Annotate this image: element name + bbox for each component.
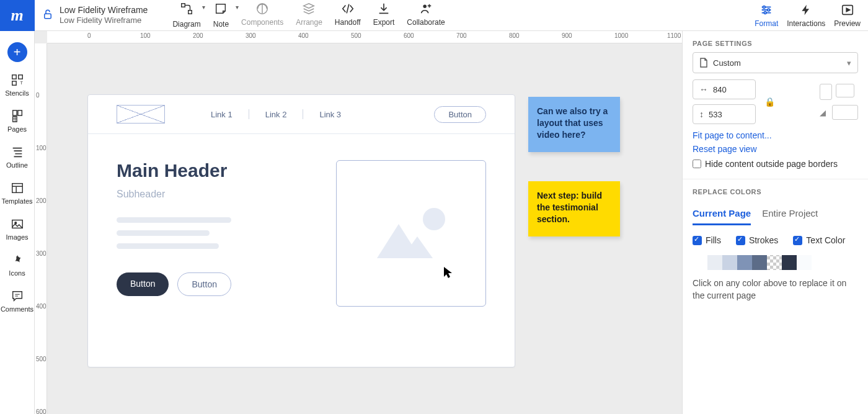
arrange-icon <box>302 2 316 16</box>
sidebar-icons-label: Icons <box>9 269 25 277</box>
transparent-swatch[interactable] <box>767 255 782 270</box>
preview-icon <box>841 3 854 17</box>
toolbar-note[interactable]: Note <box>213 2 229 29</box>
svg-point-14 <box>763 6 766 8</box>
page-settings-header: PAGE SETTINGS <box>683 31 868 52</box>
ruler-vertical[interactable]: 0100200300400500600 <box>35 43 47 414</box>
height-icon: ↕ <box>699 109 704 119</box>
hide-outside-checkbox[interactable]: Hide content outside page borders <box>693 159 858 169</box>
page-height-input[interactable]: ↕533 <box>693 104 756 124</box>
cursor-icon <box>443 266 454 282</box>
svg-rect-5 <box>17 110 21 115</box>
wf-nav-button[interactable]: Button <box>434 106 486 123</box>
wf-secondary-button[interactable]: Button <box>177 272 231 296</box>
wf-primary-button[interactable]: Button <box>117 272 169 296</box>
add-button[interactable]: + <box>7 42 27 62</box>
color-swatch[interactable] <box>797 255 812 270</box>
sidebar-stencils[interactable]: T Stencils <box>0 67 34 103</box>
templates-icon <box>11 181 24 195</box>
orientation-toggle[interactable] <box>820 84 858 100</box>
toolbar-format[interactable]: Format <box>755 3 778 28</box>
svg-rect-7 <box>12 184 22 193</box>
replace-color-hint: Click on any color above to replace it o… <box>683 277 868 312</box>
color-swatch[interactable] <box>752 255 767 270</box>
icons-icon <box>11 253 24 267</box>
sidebar-images-label: Images <box>6 233 28 241</box>
toolbar-interactions[interactable]: Interactions <box>787 3 825 28</box>
wf-text-line[interactable] <box>117 217 231 223</box>
svg-rect-10 <box>45 14 51 19</box>
color-swatch[interactable] <box>722 255 737 270</box>
collaborate-icon <box>419 2 433 16</box>
color-swatch[interactable] <box>782 255 797 270</box>
sidebar-icons[interactable]: Icons <box>0 247 34 283</box>
wf-nav-link-2[interactable]: Link 2 <box>265 110 287 119</box>
wireframe-artboard[interactable]: Link 1 Link 2 Link 3 Button Main Header <box>87 94 515 367</box>
app-logo[interactable]: m <box>0 0 35 31</box>
sidebar-templates[interactable]: Templates <box>0 175 34 211</box>
sidebar-comments[interactable]: Comments <box>0 283 34 319</box>
pages-icon <box>11 109 24 123</box>
page-width-input[interactable]: ↔840 <box>693 79 756 99</box>
wf-main-header[interactable]: Main Header <box>117 160 316 181</box>
toolbar-diagram[interactable]: Diagram <box>172 2 200 29</box>
strokes-checkbox[interactable]: Strokes <box>736 235 778 245</box>
textcolor-checkbox[interactable]: Text Color <box>793 235 845 245</box>
sidebar-outline-label: Outline <box>6 161 28 169</box>
handoff-icon <box>341 2 355 16</box>
outline-icon <box>11 145 24 159</box>
fit-page-link[interactable]: Fit page to content... <box>693 130 858 140</box>
toolbar-export[interactable]: Export <box>373 2 395 29</box>
page-color-picker[interactable] <box>832 105 858 120</box>
wf-subheader[interactable]: Subheader <box>117 189 316 200</box>
svg-rect-4 <box>12 110 16 115</box>
svg-rect-11 <box>182 4 185 7</box>
toolbar-preview[interactable]: Preview <box>834 3 861 28</box>
page-icon <box>699 58 708 68</box>
right-panel: PAGE SETTINGS Custom ↔840 ↕533 🔒 <box>682 31 868 414</box>
toolbar-handoff[interactable]: Handoff <box>335 2 361 29</box>
wf-logo-placeholder[interactable] <box>117 105 165 124</box>
doc-title: Low Fidelity Wireframe <box>60 5 148 16</box>
svg-rect-2 <box>12 81 16 85</box>
sticky-note-blue[interactable]: Can we also try a layout that uses video… <box>528 97 620 152</box>
color-swatches <box>683 251 868 277</box>
toolbar-arrange[interactable]: Arrange <box>296 2 322 29</box>
interactions-icon <box>800 3 812 17</box>
sidebar-images[interactable]: Images <box>0 211 34 247</box>
diagram-icon <box>179 2 194 16</box>
aspect-lock-icon[interactable]: 🔒 <box>764 97 775 107</box>
wf-nav-link-3[interactable]: Link 3 <box>319 110 341 119</box>
reset-page-link[interactable]: Reset page view <box>693 144 858 154</box>
tab-entire-project[interactable]: Entire Project <box>762 203 818 225</box>
landscape-icon <box>836 84 854 97</box>
lock-icon[interactable] <box>42 9 53 22</box>
wf-image-placeholder[interactable] <box>336 160 486 307</box>
left-sidebar: m + T Stencils Pages Outline Templates I… <box>0 0 35 414</box>
page-preset-select[interactable]: Custom <box>693 52 858 73</box>
toolbar-components[interactable]: Components <box>241 2 283 29</box>
wf-nav-link-1[interactable]: Link 1 <box>211 110 232 119</box>
fill-bucket-icon[interactable]: ◢ <box>820 108 826 117</box>
canvas-area[interactable]: 010020030040050060070080090010001100 010… <box>35 31 682 414</box>
ruler-horizontal[interactable]: 010020030040050060070080090010001100 <box>47 31 682 43</box>
sidebar-templates-label: Templates <box>1 197 32 205</box>
wf-text-line[interactable] <box>117 230 210 236</box>
portrait-icon <box>820 84 832 100</box>
svg-rect-0 <box>12 75 16 79</box>
top-toolbar: Low Fidelity Wireframe Low Fidelity Wire… <box>35 0 868 31</box>
sidebar-comments-label: Comments <box>1 305 33 313</box>
color-swatch[interactable] <box>693 255 707 270</box>
document-title-block[interactable]: Low Fidelity Wireframe Low Fidelity Wire… <box>60 5 148 25</box>
tab-current-page[interactable]: Current Page <box>693 203 751 225</box>
sidebar-outline[interactable]: Outline <box>0 139 34 175</box>
color-swatch[interactable] <box>737 255 752 270</box>
toolbar-collaborate[interactable]: Collaborate <box>407 2 445 29</box>
fills-checkbox[interactable]: Fills <box>693 235 721 245</box>
sticky-note-yellow[interactable]: Next step: build the testimonial section… <box>528 181 620 236</box>
color-swatch[interactable] <box>707 255 722 270</box>
sidebar-pages[interactable]: Pages <box>0 103 34 139</box>
svg-rect-12 <box>188 11 192 14</box>
wf-text-line[interactable] <box>117 243 219 249</box>
svg-rect-1 <box>18 75 22 79</box>
